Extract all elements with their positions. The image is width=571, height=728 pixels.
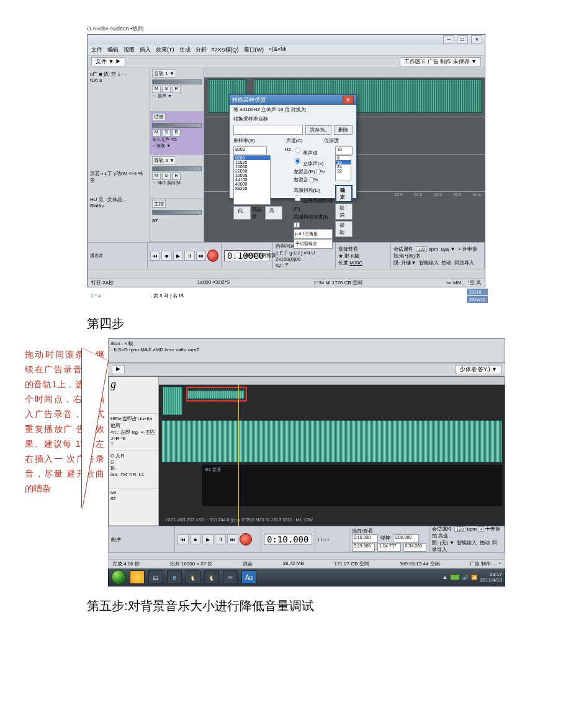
shot2-ruler[interactable]: [159, 377, 505, 385]
track-headers: 音轨 1 ▼ MSR → 原声 ▼ 话筒 MSR 永久无声 m5 ←读取 ▼ 育…: [150, 68, 204, 242]
play-button[interactable]: ▶: [173, 251, 183, 261]
menu-item[interactable]: #7XS模(Q): [212, 46, 239, 54]
menu-item[interactable]: 生成: [179, 46, 191, 54]
time-ruler[interactable]: [204, 68, 485, 78]
shot2-work: g HEIv|也即占Liu«£n他所 «it：左即 trg- «-王匹 J»R …: [108, 376, 505, 526]
menu-item[interactable]: 效果(T): [156, 46, 174, 54]
shot1-caption: O A«ob« Audecn •然韵: [87, 25, 546, 33]
max-icon[interactable]: ▭: [457, 35, 468, 44]
close-icon[interactable]: ✕: [343, 96, 354, 104]
cancel-button[interactable]: 取消: [335, 204, 353, 220]
menu-item[interactable]: 窗口(W): [244, 46, 264, 54]
task-icon[interactable]: e: [167, 570, 182, 584]
mixer-panel: 播送音: [88, 243, 148, 269]
page-footer: 1 * # , 页 5 马 | 名 IB 23118 201W16: [87, 287, 492, 304]
play-button[interactable]: ▶: [202, 534, 214, 544]
volume-icon[interactable]: 🔊: [462, 575, 469, 580]
battery-icon[interactable]: [450, 574, 460, 580]
task-icon[interactable]: Au: [241, 570, 256, 584]
rate-input[interactable]: 8000: [233, 146, 267, 155]
menu-item[interactable]: 视图: [124, 46, 135, 54]
next-button[interactable]: ⏭: [227, 534, 238, 544]
stereo-radio[interactable]: [295, 158, 300, 164]
session-panel: 会话属性 128 bpm 4 十奔拆拍 高选… 阴: (无) ▼ 智能输入 拍动…: [429, 526, 505, 552]
track-cell[interactable]: 话筒 MSR 永久无声 m5 ←读取 ▼: [150, 112, 204, 155]
shot2-wrap: 拖动时间滚条，继 续在广告录音所 在的音轨1上，选 择一个时间点，右 键插入广告…: [25, 338, 546, 586]
file-dropdown[interactable]: 文件 ▼ ▶: [91, 57, 125, 66]
tray: ▲ 🔊 📶 23:17 2011/4/10: [442, 572, 502, 583]
bypass-check[interactable]: [235, 253, 240, 258]
shot1-titlebar: ─ ▭ ✕: [88, 35, 485, 45]
convert-dialog: 转换采样类型 ✕ 将 44100HZ 立体声 16 位 转换为 转换采样率目标 …: [229, 94, 357, 199]
track-cell[interactable]: 音轨 1 ▼ MSR → 原声 ▼: [150, 68, 204, 112]
preset-select[interactable]: [233, 125, 303, 135]
shot1-window: ─ ▭ ✕ 文件 编辑 视图 插入 效果(T) 生成 分析 #7XS模(Q) 窗…: [87, 34, 485, 287]
menu-item[interactable]: 分析: [196, 46, 207, 54]
play-button[interactable]: ▶: [112, 365, 125, 374]
pause-button[interactable]: ⏸: [184, 251, 194, 261]
wave-area[interactable]: 22.0 24.0 26.0 28.0 hms 转换采样类型 ✕ 将 44100…: [204, 68, 485, 242]
start-orb[interactable]: [111, 570, 126, 585]
record-button[interactable]: [240, 533, 252, 546]
workspace-dropdown[interactable]: 少体者 答Y.) ▼: [456, 365, 501, 374]
files-panel: u广 ■ 依: 空 1 - - fU6 3 页芯 • L丁 y动IW ««4 书…: [88, 68, 150, 242]
selection-panel: 选择/查看 0:10.000 绿神 0:00.000 0:29.906 1.04…: [349, 526, 429, 552]
ok-button[interactable]: 确定: [335, 185, 353, 202]
help-button[interactable]: 帮助: [335, 221, 353, 237]
mono-radio[interactable]: [295, 148, 300, 153]
high-button[interactable]: 高: [265, 206, 282, 220]
record-button[interactable]: [207, 249, 218, 262]
shot2-window: ition - » 帧 : ILS«D rpno MA® «MD i\m» «a…: [108, 338, 505, 586]
hscroll[interactable]: [88, 269, 485, 278]
shot2-statusbar: 完成 4.06 秒 巴开 16000 » 22 位 混合 38.72 MB 17…: [108, 560, 505, 568]
menu-item[interactable]: »(&«Mi: [269, 46, 287, 54]
taskbar: 🗂 e 🐧 🐧 ✂ Au ▲ 🔊 📶 23:17 2011/4/10: [108, 568, 505, 586]
transport-panel: ⏮ ■ ▶ ⏸ ⏭: [148, 243, 222, 269]
step5-heading: 第五步:对背景音乐大小进行降低音量调试: [87, 598, 546, 614]
window-controls: ─ ▭ ✕: [442, 35, 482, 44]
pause-button[interactable]: ⏸: [215, 534, 226, 544]
stop-button[interactable]: ■: [190, 534, 201, 544]
task-icon[interactable]: 🗂: [148, 570, 163, 584]
shot2-top: ition - » 帧 : ILS«D rpno MA® «MD i\m» «a…: [108, 338, 505, 363]
timecode: 0:10.000: [264, 534, 312, 545]
menu-item[interactable]: 文件: [91, 46, 102, 54]
next-button[interactable]: ⏭: [196, 251, 206, 261]
menu-item[interactable]: 编辑: [107, 46, 119, 54]
task-icon[interactable]: ✂: [223, 570, 238, 584]
dialog-titlebar: 转换采样类型 ✕: [230, 95, 356, 105]
playhead: [238, 384, 239, 526]
min-icon[interactable]: ─: [443, 35, 454, 44]
shot2-wave-area[interactable]: E1 音牙 >XZ1 >M3 ZX3 >S3 · · iCO 244 0 g土o…: [159, 377, 505, 526]
task-icon[interactable]: 🐧: [186, 570, 200, 584]
session-panel: 会话属性 120 bpm uya ▼ + 外申拆拍:名*(画)书 阴: 升键▼ …: [391, 243, 485, 269]
menu-item[interactable]: 插入: [140, 46, 151, 54]
bits-list[interactable]: 8 16 24 32: [335, 155, 351, 181]
hscroll[interactable]: [108, 553, 505, 560]
track-master[interactable]: 主控 az: [150, 199, 204, 242]
shot2-track-headers: g HEIv|也即占Liu«£n他所 «it：左即 trg- «-王匹 J»R …: [109, 377, 159, 526]
bits-input[interactable]: 16: [335, 146, 353, 155]
prev-button[interactable]: ⏮: [178, 534, 189, 544]
shot2-toolbar: ▶ 少体者 答Y.) ▼: [108, 363, 505, 376]
close-icon[interactable]: ✕: [471, 35, 482, 44]
low-button[interactable]: 低: [233, 206, 251, 220]
prev-button[interactable]: ⏮: [150, 251, 160, 261]
shot2-bottom-panels: 曲序 ⏮ ■ ▶ ⏸ ⏭ 0:10.000 I I ⌂ i 选择/查看 0:10…: [108, 526, 505, 553]
toolbar: 文件 ▼ ▶ 工作区 E 广告 制作 未保存 ▼: [88, 55, 485, 68]
saveas-button[interactable]: 另存为..: [305, 125, 331, 135]
track-cell[interactable]: 育轨 3 ▼ MSR → ItkO 美白(M: [150, 155, 204, 199]
statusbar: 打开 2A秒 1a000 «32i2*S 1^34 kfi 1720 CB 空闲…: [88, 278, 485, 287]
dither-check[interactable]: [295, 195, 300, 201]
task-icon[interactable]: 🐧: [204, 570, 219, 584]
callout-text: 拖动时间滚条，继 续在广告录音所 在的音轨1上，选 择一个时间点，右 键插入广告…: [25, 338, 104, 496]
transport-panel: ⏮ ■ ▶ ⏸ ⏭: [175, 526, 261, 552]
task-icon[interactable]: [130, 570, 145, 584]
delete-button[interactable]: 删除: [334, 125, 353, 135]
workspace-dropdown[interactable]: 工作区 E 广告 制作 未保存 ▼: [400, 57, 481, 66]
work-area: u广 ■ 依: 空 1 - - fU6 3 页芯 • L丁 y动IW ««4 书…: [88, 68, 485, 242]
step4-heading: 第四步: [87, 315, 546, 332]
network-icon[interactable]: 📶: [471, 575, 477, 580]
rate-list[interactable]: 8000 11025 16000 22050 32000 44100 48000…: [233, 155, 271, 205]
stop-button[interactable]: ■: [161, 251, 171, 261]
